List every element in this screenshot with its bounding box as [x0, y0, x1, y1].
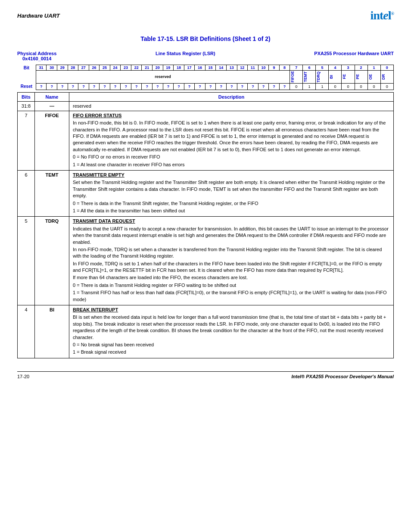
reset-15: ?	[205, 83, 216, 90]
bits-value: 6	[18, 171, 35, 217]
reset-27: ?	[78, 83, 89, 90]
bit-19: 19	[163, 65, 174, 71]
bit-15: 15	[205, 65, 216, 71]
bit-25: 25	[100, 65, 110, 71]
desc-heading: BREAK INTERRUPT	[73, 307, 390, 313]
fifoe-label: FIFOE	[290, 71, 295, 83]
bit-0: 0	[380, 65, 393, 71]
tdrq-label: TDRQ	[316, 72, 321, 83]
table-row: 31:8 — reserved	[18, 101, 394, 111]
reset-22: ?	[131, 83, 142, 90]
desc-para: 0 = No break signal has been received	[73, 342, 390, 348]
logo-l: l	[388, 9, 391, 22]
desc-para: In non-FIFO mode, TDRQ is set when a cha…	[73, 246, 390, 260]
oe-label: OE	[368, 74, 373, 80]
desc-para: Indicates that the UART is ready to acce…	[73, 226, 390, 246]
bit-12: 12	[237, 65, 248, 71]
page-footer: 17-20 Intel® PXA255 Processor Developer'…	[17, 371, 394, 379]
table-row: 4 BI BREAK INTERRUPT BI is set when the …	[18, 305, 394, 358]
physical-address-value: 0x4160_0014	[17, 56, 56, 61]
bits-value: 4	[18, 305, 35, 358]
empty-cell	[17, 71, 36, 84]
bit-30: 30	[47, 65, 57, 71]
desc-heading: TRANSMITTER EMPTY	[73, 172, 390, 178]
reset-4: 0	[329, 83, 342, 90]
bit-31: 31	[36, 65, 47, 71]
reset-28: ?	[68, 83, 78, 90]
reset-31: ?	[36, 83, 47, 90]
bits-value: 31:8	[18, 101, 35, 111]
logo-e: e	[383, 9, 388, 22]
bit-28: 28	[68, 65, 78, 71]
description-column-header: Description	[69, 92, 394, 101]
register-visual-table: Bit 31 30 29 28 27 26 25 24 23 22 21 20 …	[17, 65, 394, 90]
bit-4: 4	[329, 65, 342, 71]
physical-address-label: Physical Address	[17, 51, 56, 56]
bit-numbers-row: Bit 31 30 29 28 27 26 25 24 23 22 21 20 …	[17, 65, 394, 71]
reset-5: 1	[316, 83, 329, 90]
description-text: TRANSMIT DATA REQUEST Indicates that the…	[69, 217, 394, 305]
reserved-field: reserved	[36, 71, 290, 84]
reset-26: ?	[89, 83, 100, 90]
desc-para: Set when the Transmit Holding register a…	[73, 179, 390, 199]
bit-29: 29	[57, 65, 68, 71]
register-name: FIFOE	[35, 111, 69, 170]
bit-24: 24	[110, 65, 121, 71]
reset-17: ?	[184, 83, 195, 90]
bit-8: 8	[279, 65, 290, 71]
reset-30: ?	[47, 83, 57, 90]
bit-20: 20	[153, 65, 163, 71]
desc-heading: TRANSMIT DATA REQUEST	[73, 218, 390, 224]
processor-name-label: PXA255 Processor Hardware UART	[314, 51, 394, 56]
bit-13: 13	[226, 65, 237, 71]
table-title: Table 17-15. LSR Bit Definitions (Sheet …	[17, 35, 394, 42]
reset-0: 0	[380, 83, 393, 90]
desc-heading: FIFO ERROR STATUS	[73, 112, 390, 119]
register-name: TEMT	[35, 171, 69, 217]
bit-16: 16	[195, 65, 206, 71]
desc-para: 0 = No FIFO or no errors in receiver FIF…	[73, 154, 390, 160]
fe-label: FE	[342, 74, 346, 79]
bit-22: 22	[131, 65, 142, 71]
dr-field: DR	[380, 71, 393, 84]
pe-label: PE	[355, 74, 360, 79]
page-header: Hardware UART intel®	[17, 9, 394, 22]
desc-header-row: Bits Name Description	[18, 92, 394, 101]
table-row: 7 FIFOE FIFO ERROR STATUS In non-FIFO mo…	[18, 111, 394, 170]
fifoe-field: FIFOE	[290, 71, 303, 84]
table-row: 5 TDRQ TRANSMIT DATA REQUEST Indicates t…	[18, 217, 394, 305]
reset-14: ?	[216, 83, 227, 90]
dr-label: DR	[381, 74, 386, 80]
register-name: BI	[35, 305, 69, 358]
reset-13: ?	[226, 83, 237, 90]
register-name: TDRQ	[35, 217, 69, 305]
page-number: 17-20	[17, 374, 29, 379]
bit-27: 27	[78, 65, 89, 71]
oe-field: OE	[367, 71, 380, 84]
bit-21: 21	[142, 65, 153, 71]
bit-14: 14	[216, 65, 227, 71]
bit-26: 26	[89, 65, 100, 71]
table-row: 6 TEMT TRANSMITTER EMPTY Set when the Tr…	[18, 171, 394, 217]
reset-21: ?	[142, 83, 153, 90]
reset-6: 1	[303, 83, 316, 90]
reset-1: 0	[367, 83, 380, 90]
logo-registered: ®	[391, 11, 394, 16]
description-table: Bits Name Description 31:8 — reserved 7 …	[17, 92, 394, 358]
reset-9: ?	[269, 83, 280, 90]
bi-field: BI	[329, 71, 342, 84]
reset-label: Reset	[17, 83, 36, 90]
pe-field: PE	[355, 71, 367, 84]
tdrq-field: TDRQ	[316, 71, 329, 84]
bits-value: 7	[18, 111, 35, 170]
register-fields-row: reserved FIFOE TEMT TDRQ BI FE PE OE	[17, 71, 394, 84]
bit-6: 6	[303, 65, 316, 71]
reset-11: ?	[248, 83, 258, 90]
reset-20: ?	[153, 83, 163, 90]
bit-1: 1	[367, 65, 380, 71]
desc-para: 1 = Break signal received	[73, 349, 390, 355]
bit-18: 18	[174, 65, 184, 71]
desc-para: 0 = There is data in Transmit Holding re…	[73, 282, 390, 289]
reset-18: ?	[174, 83, 184, 90]
desc-para: In non-FIFO mode, this bit is 0. In FIFO…	[73, 120, 390, 153]
